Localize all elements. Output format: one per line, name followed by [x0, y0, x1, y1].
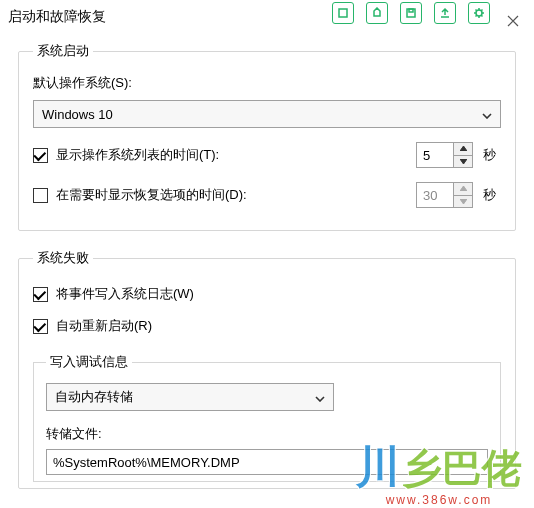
spinner-show-os-list-value: 5	[417, 143, 453, 167]
window-title: 启动和故障恢复	[8, 2, 106, 26]
action-icon-5[interactable]	[468, 2, 490, 24]
action-icon-3[interactable]	[400, 2, 422, 24]
group-debug-info-title: 写入调试信息	[46, 353, 132, 371]
default-os-combo[interactable]: Windows 10	[33, 100, 501, 128]
dump-file-label: 转储文件:	[46, 425, 488, 443]
row-show-recovery: 在需要时显示恢复选项的时间(D): 30 秒	[33, 182, 501, 208]
close-button[interactable]	[500, 12, 526, 30]
debug-mode-value: 自动内存转储	[55, 388, 133, 406]
spinner-show-recovery-group: 30 秒	[416, 182, 501, 208]
svg-rect-2	[409, 9, 413, 12]
spinner-up-icon[interactable]	[454, 183, 472, 195]
checkbox-show-os-list[interactable]	[33, 148, 48, 163]
spinner-show-os-list-group: 5 秒	[416, 142, 501, 168]
action-icon-2[interactable]	[366, 2, 388, 24]
dump-file-field[interactable]: %SystemRoot%\MEMORY.DMP	[46, 449, 488, 475]
spinner-down-icon[interactable]	[454, 155, 472, 168]
spinner-buttons	[453, 183, 472, 207]
dialog-body: 系统启动 默认操作系统(S): Windows 10 显示操作系统列表的时间(T…	[0, 36, 534, 489]
label-auto-restart: 自动重新启动(R)	[56, 317, 152, 335]
spinner-show-os-list[interactable]: 5	[416, 142, 473, 168]
unit-seconds-2: 秒	[483, 186, 501, 204]
spinner-show-recovery[interactable]: 30	[416, 182, 473, 208]
action-icon-4[interactable]	[434, 2, 456, 24]
default-os-value: Windows 10	[42, 107, 113, 122]
svg-rect-0	[339, 9, 347, 17]
checkbox-auto-restart[interactable]	[33, 319, 48, 334]
group-failure-title: 系统失败	[33, 249, 93, 267]
checkbox-show-recovery[interactable]	[33, 188, 48, 203]
label-show-os-list: 显示操作系统列表的时间(T):	[56, 146, 219, 164]
toolbar-actions	[332, 2, 492, 24]
watermark-url: www.386w.com	[386, 493, 493, 507]
spinner-show-recovery-value: 30	[417, 183, 453, 207]
title-actions-wrap	[332, 2, 526, 30]
titlebar: 启动和故障恢复	[0, 0, 534, 36]
spinner-buttons	[453, 143, 472, 167]
default-os-label: 默认操作系统(S):	[33, 74, 501, 92]
group-startup-title: 系统启动	[33, 42, 93, 60]
row-auto-restart: 自动重新启动(R)	[33, 317, 501, 335]
row-show-os-list: 显示操作系统列表的时间(T): 5 秒	[33, 142, 501, 168]
spinner-down-icon[interactable]	[454, 195, 472, 208]
chevron-down-icon	[482, 107, 492, 122]
label-show-recovery: 在需要时显示恢复选项的时间(D):	[56, 186, 247, 204]
group-startup: 系统启动 默认操作系统(S): Windows 10 显示操作系统列表的时间(T…	[18, 42, 516, 231]
spinner-up-icon[interactable]	[454, 143, 472, 155]
unit-seconds-1: 秒	[483, 146, 501, 164]
checkbox-write-event[interactable]	[33, 287, 48, 302]
label-write-event: 将事件写入系统日志(W)	[56, 285, 194, 303]
debug-mode-combo[interactable]: 自动内存转储	[46, 383, 334, 411]
chevron-down-icon	[315, 390, 325, 405]
row-write-event: 将事件写入系统日志(W)	[33, 285, 501, 303]
group-failure: 系统失败 将事件写入系统日志(W) 自动重新启动(R) 写入调试信息 自动内存转…	[18, 249, 516, 489]
action-icon-1[interactable]	[332, 2, 354, 24]
group-debug-info: 写入调试信息 自动内存转储 转储文件: %SystemRoot%\MEMORY.…	[33, 353, 501, 482]
svg-rect-1	[407, 9, 415, 17]
dump-file-value: %SystemRoot%\MEMORY.DMP	[53, 455, 240, 470]
